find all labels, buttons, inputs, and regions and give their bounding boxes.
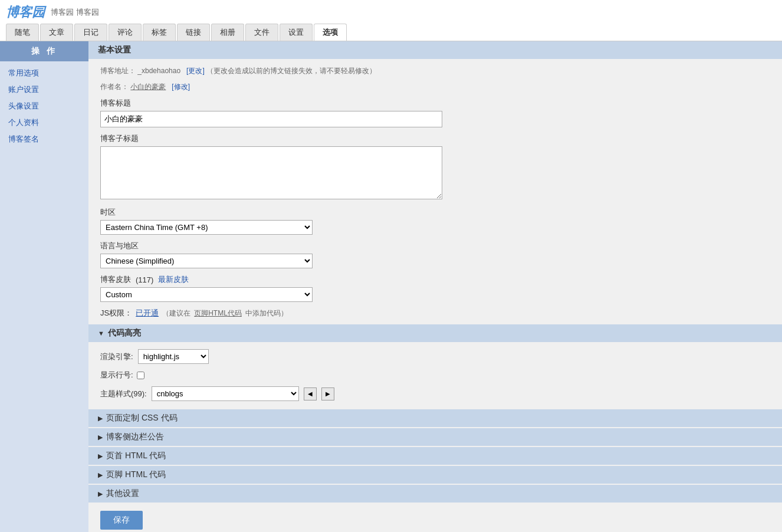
- basic-settings-body: 博客地址： _xbdehaohao [更改] （更改会造成以前的博文链接失效，请…: [88, 66, 782, 324]
- timezone-field: 时区 Eastern China Time (GMT +8) UTC Ameri…: [100, 207, 770, 235]
- footer-html-label: 页脚 HTML 代码: [106, 469, 166, 480]
- show-lineno-checkbox[interactable]: [137, 372, 144, 379]
- logo-text: 博客园: [6, 4, 45, 21]
- tab-link-pinglun[interactable]: 评论: [109, 24, 142, 41]
- css-section-arrow: ▶: [98, 415, 103, 422]
- css-section-label: 页面定制 CSS 代码: [106, 413, 178, 423]
- save-section: 保存: [88, 504, 782, 532]
- blog-address-label: 博客地址：: [100, 67, 136, 75]
- tab-riji[interactable]: 日记: [74, 24, 107, 41]
- tab-shezhi[interactable]: 设置: [280, 24, 313, 41]
- author-name-row: 作者名： 小白的豪豪 [修改]: [100, 82, 770, 92]
- language-select[interactable]: Chinese (Simplified) English Chinese (Tr…: [100, 254, 313, 268]
- blog-address-value: _xbdehaohao: [137, 67, 180, 75]
- js-perm-label: JS权限：: [100, 308, 132, 318]
- other-settings-label: 其他设置: [106, 488, 139, 499]
- header-html-label: 页首 HTML 代码: [106, 451, 166, 461]
- blog-title-label: 博客标题: [100, 98, 770, 109]
- tab-wenjian[interactable]: 文件: [245, 24, 278, 41]
- sidebar-link-changyong[interactable]: 常用选项: [0, 65, 88, 81]
- sidebar-item-geren[interactable]: 个人资料: [0, 114, 88, 131]
- footer-html-arrow: ▶: [98, 471, 103, 479]
- footer-html-header[interactable]: ▶ 页脚 HTML 代码: [88, 466, 782, 484]
- tab-link-riji[interactable]: 日记: [74, 24, 107, 41]
- tab-link-xuanxiang[interactable]: 选项: [314, 24, 347, 41]
- sidebar: 操 作 常用选项账户设置头像设置个人资料博客签名: [0, 41, 88, 532]
- tab-wenzhang[interactable]: 文章: [40, 24, 73, 41]
- sidebar-notice-arrow: ▶: [98, 434, 103, 441]
- tab-xuanxiang[interactable]: 选项: [314, 24, 347, 41]
- skin-count: (117): [136, 275, 153, 284]
- tab-biaoqian[interactable]: 标签: [143, 24, 176, 41]
- sidebar-item-zhanghu[interactable]: 账户设置: [0, 81, 88, 98]
- theme-select[interactable]: cnblogs default github: [152, 386, 299, 401]
- sidebar-link-touxiang[interactable]: 头像设置: [0, 98, 88, 114]
- language-label: 语言与地区: [100, 241, 770, 251]
- blog-address-row: 博客地址： _xbdehaohao [更改] （更改会造成以前的博文链接失效，请…: [100, 66, 770, 76]
- render-engine-label: 渲染引擎:: [100, 352, 133, 362]
- timezone-select[interactable]: Eastern China Time (GMT +8) UTC America/…: [100, 220, 313, 235]
- skin-new-link[interactable]: 最新皮肤: [158, 274, 189, 285]
- blog-title-field: 博客标题: [100, 98, 770, 127]
- sidebar-item-changyong[interactable]: 常用选项: [0, 65, 88, 81]
- other-settings-arrow: ▶: [98, 490, 103, 498]
- content-area: 基本设置 博客地址： _xbdehaohao [更改] （更改会造成以前的博文链…: [88, 41, 782, 532]
- js-perm-note2: 中添加代码）: [245, 308, 288, 318]
- skin-label: 博客皮肤: [100, 274, 131, 285]
- css-section-header[interactable]: ▶ 页面定制 CSS 代码: [88, 409, 782, 427]
- theme-prev-button[interactable]: ◀: [304, 387, 317, 400]
- save-button[interactable]: 保存: [100, 511, 143, 530]
- blog-subtitle-input[interactable]: [100, 146, 442, 199]
- tab-link-suibi[interactable]: 随笔: [6, 24, 39, 41]
- other-settings-header[interactable]: ▶ 其他设置: [88, 485, 782, 503]
- author-name-edit-link[interactable]: [修改]: [172, 83, 190, 91]
- tab-lianjie[interactable]: 链接: [177, 24, 210, 41]
- blog-title-input[interactable]: [100, 111, 442, 127]
- js-perm-link[interactable]: 页脚HTML代码: [194, 308, 242, 318]
- sidebar-link-qianming[interactable]: 博客签名: [0, 131, 88, 147]
- tab-xiangce[interactable]: 相册: [211, 24, 244, 41]
- code-highlight-body: 渲染引擎: highlight.js prism.js none 显示行号: 主…: [88, 342, 782, 408]
- render-engine-select[interactable]: highlight.js prism.js none: [138, 349, 209, 364]
- site-title: 博客园 博客园: [51, 7, 99, 18]
- blog-address-edit-link[interactable]: [更改]: [186, 67, 205, 75]
- skin-field: 博客皮肤 (117) 最新皮肤 Custom Default Blue: [100, 274, 770, 302]
- blog-subtitle-label: 博客子标题: [100, 133, 770, 144]
- theme-row: 主题样式(99): cnblogs default github ◀ ▶: [100, 386, 770, 401]
- basic-settings-header: 基本设置: [88, 41, 782, 59]
- tab-link-biaoqian[interactable]: 标签: [143, 24, 176, 41]
- skin-label-row: 博客皮肤 (117) 最新皮肤: [100, 274, 770, 285]
- show-lineno-label: 显示行号:: [100, 370, 133, 380]
- blog-address-note: （更改会造成以前的博文链接失效，请不要轻易修改）: [206, 67, 376, 75]
- sidebar-link-zhanghu[interactable]: 账户设置: [0, 81, 88, 98]
- sidebar-item-touxiang[interactable]: 头像设置: [0, 98, 88, 114]
- tab-pinglun[interactable]: 评论: [109, 24, 142, 41]
- header-html-arrow: ▶: [98, 452, 103, 460]
- sidebar-header: 操 作: [0, 41, 88, 61]
- timezone-label: 时区: [100, 207, 770, 218]
- tab-link-shezhi[interactable]: 设置: [280, 24, 313, 41]
- sidebar-notice-label: 博客侧边栏公告: [106, 432, 164, 442]
- theme-label: 主题样式(99):: [100, 389, 147, 399]
- tab-link-wenjian[interactable]: 文件: [245, 24, 278, 41]
- tab-link-lianjie[interactable]: 链接: [177, 24, 210, 41]
- render-engine-row: 渲染引擎: highlight.js prism.js none: [100, 349, 770, 364]
- nav-tabs: 随笔文章日记评论标签链接相册文件设置选项: [6, 24, 776, 41]
- header-html-header[interactable]: ▶ 页首 HTML 代码: [88, 447, 782, 465]
- theme-next-button[interactable]: ▶: [321, 387, 334, 400]
- sidebar-link-geren[interactable]: 个人资料: [0, 114, 88, 131]
- tab-link-wenzhang[interactable]: 文章: [40, 24, 73, 41]
- author-name-label: 作者名：: [100, 83, 129, 91]
- tab-suibi[interactable]: 随笔: [6, 24, 39, 41]
- sidebar-notice-header[interactable]: ▶ 博客侧边栏公告: [88, 428, 782, 446]
- sidebar-item-qianming[interactable]: 博客签名: [0, 131, 88, 147]
- code-highlight-header[interactable]: ▼ 代码高亮: [88, 324, 782, 342]
- js-perm-row: JS权限： 已开通 （建议在 页脚HTML代码 中添加代码）: [100, 308, 770, 318]
- js-perm-status: 已开通: [136, 308, 159, 318]
- skin-select[interactable]: Custom Default Blue: [100, 287, 313, 302]
- tab-link-xiangce[interactable]: 相册: [211, 24, 244, 41]
- collapse-arrow-code: ▼: [98, 330, 104, 337]
- logo-area: 博客园 博客园 博客园: [6, 4, 776, 21]
- js-perm-note: （建议在: [162, 308, 190, 318]
- sidebar-menu: 常用选项账户设置头像设置个人资料博客签名: [0, 61, 88, 151]
